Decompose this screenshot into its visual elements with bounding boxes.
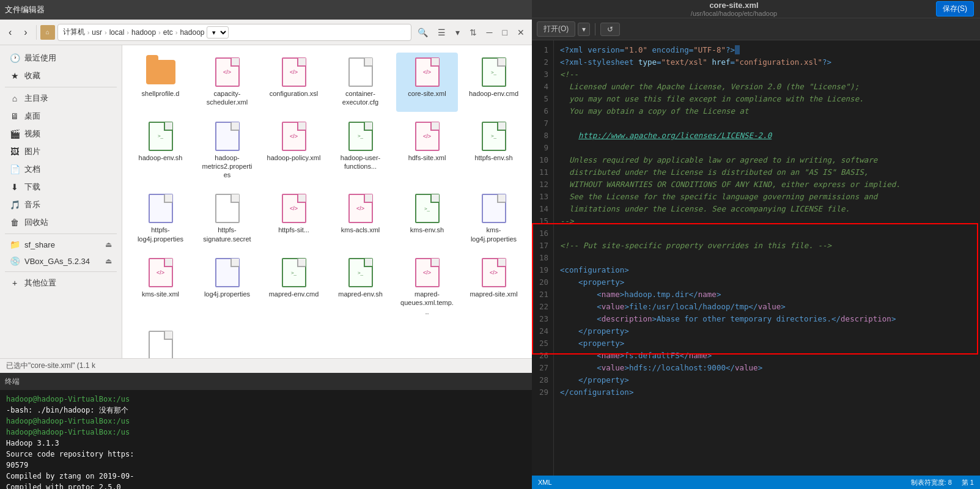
forward-button[interactable]: › bbox=[19, 24, 32, 40]
sidebar-item-home[interactable]: ⌂ 主目录 bbox=[2, 90, 119, 107]
props-file-icon bbox=[213, 258, 242, 287]
term-line: Hadoop 3.1.3 bbox=[6, 438, 526, 449]
list-item[interactable]: >_ mapred-env.sh bbox=[330, 253, 391, 321]
xml-file-icon: </> bbox=[146, 258, 175, 287]
save-button[interactable]: 保存(S) bbox=[936, 1, 974, 17]
breadcrumb-computer[interactable]: 计算机 bbox=[63, 27, 85, 37]
code-line: <property> bbox=[560, 337, 974, 350]
sidebar-item-sfshare[interactable]: 📁 sf_share ⏏ bbox=[2, 237, 119, 252]
downloads-icon: ⬇ bbox=[10, 182, 20, 192]
search-button[interactable]: 🔍 bbox=[414, 25, 432, 40]
file-label: httpfs-signature.secret bbox=[201, 226, 254, 243]
refresh-button[interactable]: ↺ bbox=[600, 23, 620, 36]
sidebar-item-images[interactable]: 🖼 图片 bbox=[2, 143, 119, 160]
other-icon: + bbox=[10, 278, 20, 288]
list-item[interactable]: >_ hadoop-env.sh bbox=[130, 117, 191, 185]
maximize-button[interactable]: □ bbox=[499, 25, 511, 40]
sidebar-label-home: 主目录 bbox=[24, 93, 48, 104]
sort-button[interactable]: ⇅ bbox=[466, 25, 481, 40]
fm-toolbar: ‹ › ⌂ 计算机 › usr › local › hadoop › etc ›… bbox=[0, 20, 532, 45]
xml-file-icon: </> bbox=[279, 194, 309, 223]
minimize-button[interactable]: ─ bbox=[483, 25, 496, 40]
list-item[interactable]: </> kms-acls.xml bbox=[330, 189, 391, 248]
list-item[interactable]: shellprofile.d bbox=[130, 53, 191, 112]
sidebar-label-music: 音乐 bbox=[24, 199, 40, 210]
list-item[interactable]: </> mapred-queues.xml.temp... bbox=[396, 253, 458, 321]
code-line bbox=[560, 142, 974, 154]
term-line: hadoop@hadoop-VirtualBox:/us bbox=[6, 394, 526, 405]
code-content[interactable]: <?xml version="1.0" encoding="UTF-8"?> <… bbox=[554, 40, 980, 476]
list-item[interactable]: container-executor.cfg bbox=[330, 53, 391, 112]
music-icon: 🎵 bbox=[10, 200, 20, 210]
documents-icon: 📄 bbox=[10, 164, 20, 174]
editor-statusbar: XML 制表符宽度: 8 第 1 bbox=[532, 476, 980, 489]
list-item[interactable]: >_ hadoop-user-functions... bbox=[330, 117, 391, 185]
file-label: mapred-queues.xml.temp... bbox=[400, 290, 454, 316]
list-item[interactable]: log4j.properties bbox=[196, 253, 258, 321]
props-file-icon bbox=[213, 122, 242, 151]
sidebar-item-desktop[interactable]: 🖥 桌面 bbox=[2, 108, 119, 125]
code-line: See the License for the specific languag… bbox=[560, 191, 974, 203]
line-numbers: 12345 678910 1112131415 1617181920 21222… bbox=[532, 40, 554, 476]
view-dropdown-button[interactable]: ▾ bbox=[452, 25, 463, 40]
file-label: kms-site.xml bbox=[142, 290, 179, 298]
list-item[interactable]: httpfs-signature.secret bbox=[196, 189, 258, 248]
list-item[interactable]: </> mapred-site.xml bbox=[463, 253, 525, 321]
breadcrumb-etc[interactable]: etc bbox=[163, 28, 173, 37]
list-item[interactable]: </> capacity-scheduler.xml bbox=[196, 53, 258, 112]
list-item[interactable]: kms-log4j.properties bbox=[463, 189, 525, 248]
list-view-button[interactable]: ☰ bbox=[434, 25, 449, 40]
back-button[interactable]: ‹ bbox=[4, 24, 17, 40]
code-line: <value>hdfs://localhost:9000</value> bbox=[560, 362, 974, 374]
fm-statusbar: 已选中"core-site.xml" (1.1 k bbox=[0, 358, 532, 373]
sidebar-item-other[interactable]: + 其他位置 bbox=[2, 274, 119, 292]
list-item[interactable]: >_ mapred-env.cmd bbox=[263, 253, 325, 321]
bookmarks-icon: ★ bbox=[10, 71, 20, 81]
editor-toolbar: 打开(O) ▾ ↺ bbox=[532, 18, 980, 40]
breadcrumb-local[interactable]: local bbox=[109, 28, 125, 37]
sidebar-divider-1 bbox=[5, 87, 117, 87]
sidebar-item-recent[interactable]: 🕐 最近使用 bbox=[2, 50, 119, 67]
file-label: mapred-env.sh bbox=[338, 290, 383, 298]
vbox-eject[interactable]: ⏏ bbox=[105, 257, 112, 265]
list-item[interactable]: </> configuration.xsl bbox=[263, 53, 325, 112]
file-grid: shellprofile.d </> capacity-scheduler.xm… bbox=[130, 53, 525, 358]
list-item[interactable]: hadoop-metrics2.properties bbox=[196, 117, 258, 185]
list-item[interactable]: >_ httpfs-env.sh bbox=[463, 117, 525, 185]
code-line: </configuration> bbox=[560, 386, 974, 399]
open-dropdown[interactable]: ▾ bbox=[578, 23, 590, 36]
list-item[interactable]: </> hdfs-site.xml bbox=[396, 117, 458, 185]
breadcrumb-dropdown[interactable]: ▾ bbox=[207, 26, 229, 39]
list-item[interactable]: >_ hadoop-env.cmd bbox=[463, 53, 525, 112]
sfshare-eject[interactable]: ⏏ bbox=[105, 240, 112, 249]
sidebar-item-music[interactable]: 🎵 音乐 bbox=[2, 196, 119, 213]
terminal-body[interactable]: hadoop@hadoop-VirtualBox:/us -bash: ./bi… bbox=[0, 390, 532, 489]
file-label: kms-log4j.properties bbox=[467, 226, 521, 243]
close-fm-button[interactable]: ✕ bbox=[514, 25, 528, 40]
list-item[interactable]: </> core-site.xml bbox=[396, 53, 458, 112]
sidebar-item-documents[interactable]: 📄 文档 bbox=[2, 161, 119, 178]
sidebar-label-sfshare: sf_share bbox=[24, 240, 55, 249]
list-item[interactable]: >_ kms-env.sh bbox=[396, 189, 458, 248]
list-item[interactable]: </> hadoop-policy.xml bbox=[263, 117, 325, 185]
sidebar-item-videos[interactable]: 🎬 视频 bbox=[2, 125, 119, 142]
code-line: You may obtain a copy of the License at bbox=[560, 105, 974, 117]
file-label: httpfs-log4j.properties bbox=[134, 226, 188, 243]
list-item[interactable]: </> kms-site.xml bbox=[130, 253, 191, 321]
list-item[interactable]: </> httpfs-sit... bbox=[263, 189, 325, 248]
sidebar-item-bookmarks[interactable]: ★ 收藏 bbox=[2, 67, 119, 84]
code-line bbox=[560, 117, 974, 130]
file-icon bbox=[346, 57, 375, 87]
sidebar-item-trash[interactable]: 🗑 回收站 bbox=[2, 214, 119, 231]
breadcrumb-usr[interactable]: usr bbox=[92, 28, 102, 37]
xml-file-icon: </> bbox=[413, 122, 442, 151]
code-line: </property> bbox=[560, 374, 974, 386]
list-item[interactable]: httpfs-log4j.properties bbox=[130, 189, 191, 248]
sidebar-label-documents: 文档 bbox=[24, 164, 40, 175]
breadcrumb-hadoop1[interactable]: hadoop bbox=[131, 28, 156, 37]
sidebar-item-vbox[interactable]: 💿 VBox_GAs_5.2.34 ⏏ bbox=[2, 253, 119, 269]
list-item[interactable]: ssl-client-xml.example... bbox=[130, 326, 191, 358]
sidebar-item-downloads[interactable]: ⬇ 下载 bbox=[2, 178, 119, 196]
open-button[interactable]: 打开(O) bbox=[537, 21, 575, 37]
breadcrumb-hadoop2[interactable]: hadoop bbox=[180, 28, 204, 37]
